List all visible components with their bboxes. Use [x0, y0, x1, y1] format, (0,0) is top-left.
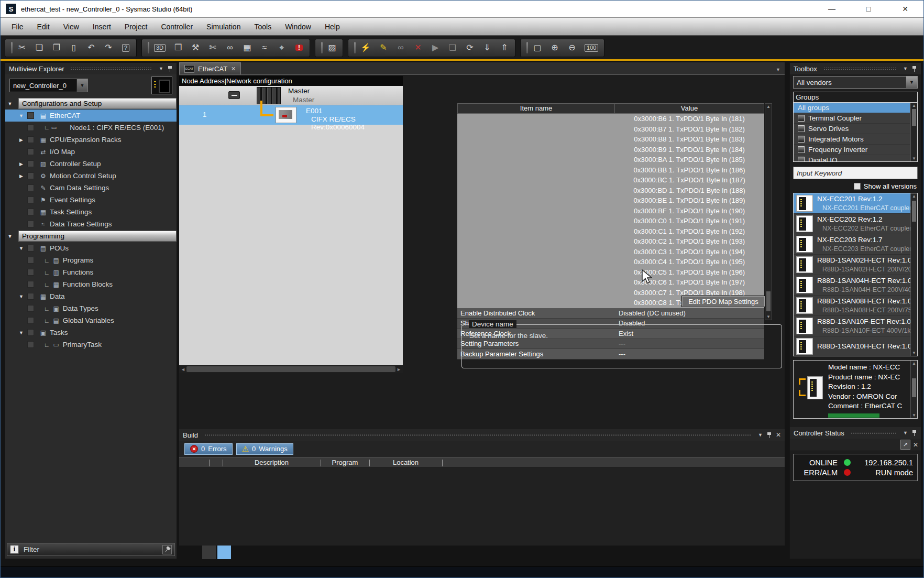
synchronize-icon[interactable]: ⟳ [465, 42, 475, 53]
chevron-down-icon[interactable]: ▼ [903, 66, 908, 71]
menu-item[interactable]: Window [278, 20, 318, 34]
device-r88d-1san08h[interactable]: R88D-1SAN08H-ECT Rev:1.0 R88D-1SAN08H-EC… [794, 296, 910, 316]
pin-icon[interactable] [167, 66, 173, 72]
group-terminal-coupler[interactable]: Terminal Coupler [794, 113, 910, 124]
url-link-fragment[interactable] [828, 413, 879, 418]
delete-icon[interactable]: ▯ [69, 42, 79, 53]
detail-scrollbar[interactable]: ▲ ▼ [910, 361, 917, 418]
pdo-entry-row[interactable]: 0x3000:C2 1. TxPDO/1 Byte In (193) [457, 236, 764, 247]
pdo-entry-row[interactable]: 0x3000:B9 1. TxPDO/1 Byte In (184) [457, 145, 764, 155]
watch-window-icon[interactable]: ∞ [225, 42, 235, 53]
menu-item[interactable]: File [5, 20, 30, 34]
network-horizontal-scrollbar[interactable]: ◄ ► [179, 365, 403, 373]
tab-close-icon[interactable]: ✕ [231, 66, 236, 72]
scrollbar-thumb[interactable] [186, 366, 395, 372]
pdo-entry-row[interactable]: 0x3000:C0 1. TxPDO/1 Byte In (191) [457, 216, 764, 226]
scrollbar-thumb[interactable] [912, 109, 916, 126]
group-frequency-inverter[interactable]: Frequency Inverter [794, 145, 910, 155]
tree-item-task-settings[interactable]: ▦ Task Settings [5, 206, 177, 218]
tab-ethercat[interactable]: ECAT EtherCAT ✕ [179, 62, 241, 74]
group-servo-drives[interactable]: Servo Drives [794, 124, 910, 134]
expand-arrow-icon[interactable]: ▶ [18, 137, 25, 143]
tree-item-global-variables[interactable]: ∟ ▤ Global Variables [5, 314, 177, 326]
scroll-up-icon[interactable]: ▲ [765, 104, 772, 109]
abort-icon[interactable]: ! [294, 42, 304, 53]
groups-scrollbar[interactable]: ▲ ▼ [910, 103, 917, 161]
scroll-down-icon[interactable]: ▼ [765, 314, 772, 319]
property-row[interactable]: Enable Distributed Clock Disabled (DC un… [457, 308, 764, 319]
zoom-in-icon[interactable]: ⊕ [550, 42, 559, 53]
tree-item-cpu-expansion-racks[interactable]: ▶ ▦ CPU/Expansion Racks [5, 134, 177, 146]
pdo-entry-row[interactable]: 0x3000:C6 1. TxPDO/1 Byte In (197) [457, 277, 764, 288]
menu-item[interactable]: Edit [30, 20, 57, 34]
pdo-entry-row[interactable]: 0x3000:B8 1. TxPDO/1 Byte In (183) [457, 134, 764, 145]
expand-arrow-icon[interactable]: ▼ [18, 294, 25, 299]
tree-section-configurations[interactable]: ▼ Configurations and Setup [5, 98, 177, 109]
build-icon[interactable]: ⚒ [191, 42, 200, 53]
pdo-entry-row[interactable]: 0x3000:C4 1. TxPDO/1 Byte In (195) [457, 257, 764, 267]
show-all-versions-checkbox[interactable] [854, 183, 861, 190]
pdo-entry-row[interactable]: 0x3000:C1 1. TxPDO/1 Byte In (192) [457, 226, 764, 237]
rebuild-icon[interactable]: ✄ [208, 42, 217, 53]
pin-icon[interactable] [766, 432, 772, 439]
pdo-entry-row[interactable]: 0x3000:BE 1. TxPDO/1 Byte In (189) [457, 195, 764, 206]
edit-pdo-map-settings-button[interactable]: Edit PDO Map Settings [681, 296, 765, 307]
tree-item-data[interactable]: ▼ ▦ Data [5, 290, 177, 302]
copy-icon[interactable]: ❏ [35, 42, 44, 53]
expand-arrow-icon[interactable]: ▼ [7, 101, 13, 106]
scroll-down-icon[interactable]: ▼ [911, 413, 917, 418]
collapse-minus-icon[interactable] [228, 91, 240, 99]
menu-item[interactable]: Project [118, 20, 155, 34]
tree-item-data-trace-settings[interactable]: ≈ Data Trace Settings [5, 218, 177, 230]
device-r88d-1san04h[interactable]: R88D-1SAN04H-ECT Rev:1.0 R88D-1SAN04H-EC… [794, 275, 910, 296]
filter-bar[interactable]: i Filter [7, 543, 175, 556]
menu-item[interactable]: Controller [154, 20, 200, 34]
transfer-icon[interactable]: ❏ [448, 42, 457, 53]
master-node-row[interactable]: Master Master [179, 86, 403, 105]
expand-arrow-icon[interactable]: ▼ [18, 330, 25, 335]
3d-view-icon[interactable]: 3D [154, 42, 166, 53]
data-trace-icon[interactable]: ≈ [260, 42, 269, 53]
check-all-icon[interactable]: ✎ [379, 42, 388, 53]
scrollbar-thumb[interactable] [912, 378, 916, 397]
device-nx-ecc203[interactable]: NX-ECC203 Rev:1.7 NX-ECC203 EtherCAT cou… [794, 234, 910, 255]
properties-vertical-scrollbar[interactable]: ▲ ▼ [765, 103, 772, 320]
expand-arrow-icon[interactable]: ▼ [7, 234, 13, 239]
pdo-entry-row[interactable]: 0x3000:BA 1. TxPDO/1 Byte In (185) [457, 155, 764, 165]
keyword-search-input[interactable]: Input Keyword [793, 167, 918, 179]
menu-item[interactable]: Tools [247, 20, 278, 34]
device-r88d-1san02h[interactable]: R88D-1SAN02H-ECT Rev:1.0 R88D-1SAN02H-EC… [794, 255, 910, 275]
errors-filter-button[interactable]: ✕ 0 Errors [184, 443, 233, 455]
scroll-down-icon[interactable]: ▼ [911, 156, 917, 161]
tree-item-node1[interactable]: ∟ ▭ Node1 : CIFX RE/ECS (E001) [5, 122, 177, 134]
tree-item-functions[interactable]: ∟ ▥ Functions [5, 266, 177, 278]
filter-pin-button[interactable] [162, 545, 172, 554]
popout-icon[interactable]: ↗ [900, 440, 910, 450]
chevron-down-icon[interactable]: ▼ [906, 77, 917, 88]
fit-zoom-icon[interactable]: ▢ [533, 42, 542, 53]
tree-item-tasks[interactable]: ▼ ▣ Tasks [5, 326, 177, 339]
expand-arrow-icon[interactable]: ▼ [18, 113, 25, 118]
zoom-out-icon[interactable]: ⊖ [567, 42, 577, 53]
pdo-entry-row[interactable]: 0x3000:C5 1. TxPDO/1 Byte In (196) [457, 267, 764, 278]
device-nx-ecc201[interactable]: NX-ECC201 Rev:1.2 NX-ECC201 EtherCAT cou… [794, 193, 910, 214]
menu-item[interactable]: Simulation [200, 20, 247, 34]
monitor-icon[interactable]: ∞ [396, 42, 405, 53]
zoom-100-icon[interactable]: 100 [585, 42, 598, 53]
menu-item[interactable]: Insert [86, 20, 118, 34]
check-program-icon[interactable]: ⚡ [360, 42, 371, 53]
scroll-up-icon[interactable]: ▲ [911, 194, 917, 199]
device-r88d-1san10f[interactable]: R88D-1SAN10F-ECT Rev:1.0 R88D-1SAN10F-EC… [794, 316, 910, 336]
group-digital-io[interactable]: Digital IO [794, 155, 910, 162]
paste-icon[interactable]: ❐ [52, 42, 61, 53]
chevron-down-icon[interactable]: ▼ [159, 66, 163, 71]
scroll-left-icon[interactable]: ◄ [181, 367, 185, 372]
tree-item-ethercat[interactable]: ▼ ▤ EtherCAT [5, 110, 177, 122]
pdo-entry-row[interactable]: 0x3000:B7 1. TxPDO/1 Byte In (182) [457, 124, 764, 135]
pdo-entry-row[interactable]: 0x3000:C3 1. TxPDO/1 Byte In (194) [457, 247, 764, 257]
scroll-up-icon[interactable]: ▲ [911, 103, 917, 108]
redo-icon[interactable]: ↷ [104, 42, 113, 53]
scroll-down-icon[interactable]: ▼ [911, 351, 917, 355]
pin-icon[interactable] [911, 430, 917, 437]
chevron-down-icon[interactable]: ▼ [903, 430, 908, 435]
